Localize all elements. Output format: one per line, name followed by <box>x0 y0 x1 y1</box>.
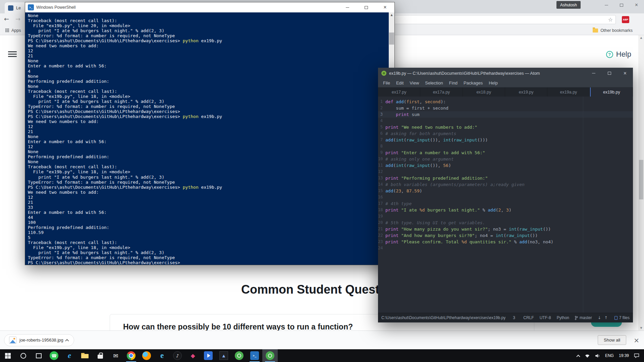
atom-tab-ex18.py[interactable]: ex18.py <box>463 87 505 97</box>
taskbar-mail-button[interactable]: ✉ <box>108 349 123 362</box>
code-line: 24 <box>378 245 633 251</box>
download-menu-chevron-icon[interactable] <box>65 339 69 343</box>
terminal-line: 100 <box>28 220 387 225</box>
line-number: 22 <box>378 232 385 239</box>
language-indicator[interactable]: ENG <box>605 353 614 358</box>
status-encoding: UTF-8 <box>540 315 551 320</box>
menu-edit[interactable]: Edit <box>393 80 407 85</box>
scrollbar-thumb[interactable] <box>639 160 643 199</box>
taskbar-diamond-app-button[interactable]: ◆ <box>185 349 201 362</box>
taskbar-whatsapp-button[interactable]: ☎ <box>46 349 62 362</box>
scroll-down-icon[interactable]: ▼ <box>638 326 644 329</box>
tray-chevron-up-icon[interactable] <box>577 354 580 357</box>
powershell-scroll-up-icon[interactable]: ▲ <box>389 13 394 16</box>
git-branch: master <box>575 315 592 320</box>
taskbar-atom-button[interactable] <box>231 349 247 362</box>
download-item[interactable]: joe-roberts-195638.jpg <box>4 334 74 346</box>
terminal-line: 12 <box>28 48 387 53</box>
line-number: 8 <box>378 143 385 149</box>
status-language: Python <box>557 315 569 320</box>
menu-find[interactable]: Find <box>446 80 461 85</box>
line-number: 19 <box>378 213 385 220</box>
other-bookmarks[interactable]: Other bookmarks <box>593 28 633 33</box>
action-center-icon[interactable] <box>634 353 639 358</box>
forward-button[interactable]: → <box>15 15 20 22</box>
atom-code: 1def add(first, second):2 sum = first + … <box>378 99 633 251</box>
powershell-close-button[interactable]: × <box>376 2 394 12</box>
menu-selection[interactable]: Selection <box>422 80 446 85</box>
atom-tab-ex19.py[interactable]: ex19.py <box>505 87 547 97</box>
terminal-line: TypeError: %d format: a number is requir… <box>28 255 387 260</box>
taskbar-powershell-button[interactable]: >_ <box>247 349 262 362</box>
scroll-up-icon[interactable]: ▲ <box>638 36 644 39</box>
menu-icon[interactable] <box>8 51 17 57</box>
folder-icon <box>593 28 598 33</box>
taskbar-ie-button[interactable]: e <box>154 349 170 362</box>
page-scrollbar[interactable]: ▲ ▼ <box>638 35 644 330</box>
taskbar-chrome-button[interactable] <box>123 349 139 362</box>
taskbar-movies-app-button[interactable] <box>201 349 216 362</box>
line-number: 11 <box>378 162 385 169</box>
atom-window: ex19b.py — C:\Users\ashut\Documents\GitH… <box>378 68 633 322</box>
taskbar-atom-focused-button[interactable] <box>262 349 278 362</box>
diamond-app-icon: ◆ <box>189 351 197 360</box>
terminal-line: Traceback (most recent call last): <box>28 18 387 23</box>
back-button[interactable]: ← <box>4 15 9 22</box>
taskbar-search-button[interactable] <box>15 349 31 362</box>
menu-packages[interactable]: Packages <box>461 80 486 85</box>
atom-tab-ex17.py[interactable]: ex17.py <box>378 87 420 97</box>
atom-titlebar[interactable]: ex19b.py — C:\Users\ashut\Documents\GitH… <box>378 68 633 79</box>
taskbar-start-button[interactable] <box>0 349 15 362</box>
download-bar: joe-roberts-195638.jpg Show all × <box>0 330 644 349</box>
apps-shortcut[interactable]: Apps <box>5 28 21 33</box>
taskbar-firefox-button[interactable] <box>139 349 154 362</box>
atom-tab-ex17a.py[interactable]: ex17a.py <box>420 87 463 97</box>
taskbar-store-button[interactable] <box>93 349 108 362</box>
git-sync-arrows-icon: ↓ ↑ <box>598 315 609 320</box>
terminal-line: None <box>28 159 387 164</box>
terminal-line: PS C:\Users\ashut\Documents\GitHub\LPthe… <box>28 38 387 43</box>
line-number: 13 <box>378 175 385 181</box>
browser-close-button[interactable]: × <box>629 0 644 10</box>
terminal-line: 12 <box>28 195 387 200</box>
atom-minimize-button[interactable] <box>586 68 601 79</box>
status-files: 7 files <box>614 315 630 320</box>
adblock-icon[interactable]: ABP <box>622 16 629 23</box>
atom-maximize-button[interactable] <box>601 68 617 79</box>
mail-icon: ✉ <box>111 351 120 360</box>
atom-tab-ex19a.py[interactable]: ex19a.py <box>547 87 590 97</box>
show-all-button[interactable]: Show all <box>598 335 626 345</box>
help-link[interactable]: ? Help <box>606 50 631 59</box>
line-number: 14 <box>378 181 385 188</box>
taskbar-photos-app-button[interactable]: ▲ <box>216 349 231 362</box>
powershell-maximize-button[interactable] <box>357 2 376 12</box>
powershell-scrollbar-thumb[interactable] <box>389 33 394 45</box>
wifi-icon[interactable] <box>585 354 590 358</box>
bookmark-star-icon[interactable]: ☆ <box>608 16 613 23</box>
clock[interactable]: 19:39 <box>619 353 629 358</box>
terminal-line: Performing predefined addition: <box>28 79 387 84</box>
tab-title: Le <box>16 6 21 10</box>
powershell-titlebar[interactable]: >_ Windows PowerShell × <box>25 2 394 12</box>
line-number: 6 <box>378 130 385 137</box>
powershell-output[interactable]: NoneTraceback (most recent call last): F… <box>25 12 389 265</box>
atom-editor[interactable]: 1def add(first, second):2 sum = first + … <box>378 97 633 313</box>
menu-file[interactable]: File <box>380 80 393 85</box>
volume-icon[interactable] <box>595 354 600 358</box>
browser-minimize-button[interactable] <box>599 0 614 10</box>
taskbar-edge-button[interactable]: e <box>62 349 77 362</box>
menu-view[interactable]: View <box>407 80 422 85</box>
atom-tab-ex19b.py[interactable]: ex19b.py <box>590 87 633 97</box>
taskbar-task-view-button[interactable] <box>31 349 46 362</box>
terminal-line: We need two numbers to add: <box>28 119 387 124</box>
taskbar-music-button[interactable]: ♪ <box>170 349 185 362</box>
atom-close-button[interactable]: × <box>617 68 633 79</box>
help-icon: ? <box>606 51 613 58</box>
taskbar-file-explorer-button[interactable] <box>77 349 93 362</box>
terminal-line: Traceback (most recent call last): <box>28 164 387 169</box>
download-bar-close-icon[interactable]: × <box>634 336 639 344</box>
browser-maximize-button[interactable] <box>614 0 629 10</box>
profile-badge[interactable]: Ashutosh <box>556 1 581 9</box>
menu-help[interactable]: Help <box>486 80 501 85</box>
powershell-minimize-button[interactable] <box>338 2 357 12</box>
